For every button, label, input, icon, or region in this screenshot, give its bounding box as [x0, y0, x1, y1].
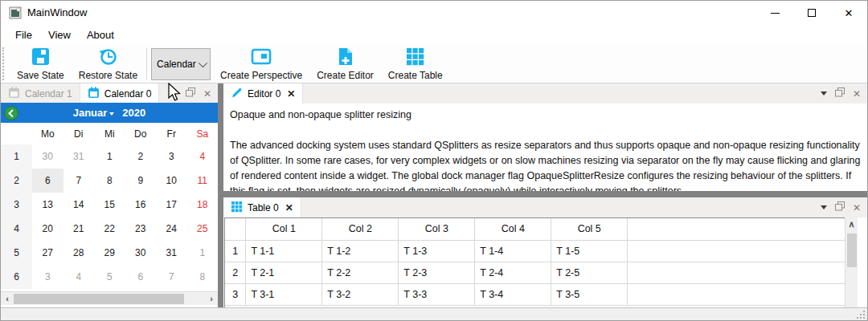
calendar-day-cell[interactable]: 10: [156, 169, 187, 193]
minimize-button[interactable]: [756, 1, 793, 25]
table-cell[interactable]: T 2-4: [475, 262, 551, 283]
calendar-day-cell[interactable]: 29: [94, 241, 125, 265]
scrollbar-thumb[interactable]: [14, 294, 184, 304]
size-grip[interactable]: [855, 309, 865, 319]
calendar-day-cell[interactable]: 20: [32, 217, 63, 241]
tab-editor-0[interactable]: Editor 0 ✕: [223, 83, 303, 104]
restore-state-button[interactable]: Restore State: [72, 45, 145, 83]
calendar-day-cell[interactable]: 17: [156, 193, 187, 217]
create-editor-button[interactable]: Create Editor: [309, 45, 381, 83]
calendar-day-cell[interactable]: 8: [94, 169, 125, 193]
toolbar-drag-handle[interactable]: [2, 47, 8, 80]
calendar-day-cell[interactable]: 23: [125, 217, 157, 241]
table-column-header[interactable]: Col 2: [322, 218, 399, 240]
menu-file[interactable]: File: [7, 26, 40, 44]
calendar-day-cell[interactable]: 2: [125, 144, 157, 169]
calendar-day-cell[interactable]: 3: [32, 265, 63, 289]
dock-menu-arrow-icon[interactable]: [171, 91, 178, 95]
table-cell[interactable]: T 2-3: [399, 262, 475, 283]
table-cell[interactable]: T 3-1: [246, 283, 322, 305]
calendar-day-cell[interactable]: 14: [63, 193, 95, 217]
table-cell[interactable]: T 1-3: [399, 240, 475, 262]
calendar-day-cell[interactable]: 1: [94, 144, 125, 169]
calendar-day-cell[interactable]: 11: [187, 169, 219, 193]
calendar-day-cell[interactable]: 6: [32, 169, 63, 193]
tab-close-icon[interactable]: ✕: [285, 202, 293, 213]
scrollbar-thumb[interactable]: [847, 234, 857, 267]
tab-table-0[interactable]: Table 0 ✕: [223, 197, 301, 217]
calendar-horizontal-scrollbar[interactable]: ‹ ›: [1, 291, 218, 305]
month-selector[interactable]: Januar: [73, 107, 115, 119]
tab-calendar-0[interactable]: Calendar 0: [80, 83, 160, 104]
scroll-right-icon[interactable]: ›: [205, 292, 218, 305]
dock-close-icon[interactable]: ✕: [853, 89, 861, 99]
calendar-day-cell[interactable]: 16: [125, 193, 157, 217]
table-cell[interactable]: T 2-1: [246, 262, 322, 283]
calendar-day-cell[interactable]: 7: [156, 265, 187, 289]
table-vertical-scrollbar[interactable]: ∧ ∨: [845, 217, 858, 321]
horizontal-splitter[interactable]: [223, 191, 867, 197]
calendar-day-cell[interactable]: 6: [125, 265, 157, 289]
save-state-button[interactable]: Save State: [10, 45, 72, 83]
table-column-header[interactable]: Col 3: [399, 218, 475, 240]
calendar-day-cell[interactable]: 30: [32, 144, 63, 169]
previous-month-button[interactable]: [4, 106, 18, 120]
table-column-header[interactable]: Col 5: [551, 218, 628, 240]
calendar-day-cell[interactable]: 13: [32, 193, 63, 217]
title-bar[interactable]: MainWindow ✕: [1, 1, 867, 25]
table-cell[interactable]: T 2-5: [551, 262, 628, 283]
dock-float-icon[interactable]: [186, 87, 195, 100]
perspective-combobox[interactable]: Calendar: [151, 48, 211, 80]
calendar-day-cell[interactable]: 22: [94, 217, 125, 241]
calendar-day-cell[interactable]: 5: [94, 265, 125, 289]
maximize-button[interactable]: [793, 1, 830, 25]
calendar-day-cell[interactable]: 24: [156, 217, 187, 241]
table-row-header[interactable]: 2: [225, 262, 246, 283]
table-row-header[interactable]: 3: [225, 283, 246, 305]
calendar-day-cell[interactable]: 3: [156, 144, 187, 169]
calendar-day-cell[interactable]: 4: [63, 265, 95, 289]
calendar-day-cell[interactable]: 31: [156, 241, 187, 265]
calendar-day-cell[interactable]: 28: [63, 241, 95, 265]
calendar-day-cell[interactable]: 1: [187, 241, 219, 265]
table-cell[interactable]: T 3-3: [399, 283, 475, 305]
table-cell[interactable]: T 1-2: [322, 240, 399, 262]
calendar-day-cell[interactable]: 30: [125, 241, 157, 265]
table-cell[interactable]: T 1-5: [551, 240, 628, 262]
table-cell[interactable]: T 3-5: [551, 283, 628, 305]
calendar-day-cell[interactable]: 15: [94, 193, 125, 217]
calendar-day-cell[interactable]: 8: [187, 265, 219, 289]
calendar-day-cell[interactable]: 9: [125, 169, 157, 193]
editor-content[interactable]: Opaque and non-opaque splitter resizing …: [223, 104, 867, 191]
menu-about[interactable]: About: [79, 26, 122, 44]
calendar-day-cell[interactable]: 31: [63, 144, 95, 169]
create-table-button[interactable]: Create Table: [381, 45, 450, 83]
dock-close-icon[interactable]: ✕: [203, 89, 211, 99]
scroll-up-icon[interactable]: ∧: [845, 217, 858, 230]
table-cell[interactable]: T 1-1: [246, 240, 322, 262]
vertical-splitter[interactable]: [218, 83, 223, 307]
dock-float-icon[interactable]: [835, 87, 845, 100]
table-cell[interactable]: T 2-2: [322, 262, 399, 283]
calendar-day-cell[interactable]: 4: [187, 144, 219, 169]
table-row-header[interactable]: 1: [225, 240, 246, 262]
table-cell[interactable]: T 3-4: [475, 283, 551, 305]
dock-close-icon[interactable]: ✕: [853, 203, 861, 213]
menu-view[interactable]: View: [40, 26, 79, 44]
create-perspective-button[interactable]: Create Perspective: [213, 45, 309, 83]
dock-float-icon[interactable]: [835, 201, 845, 213]
table-corner-header[interactable]: [225, 218, 246, 240]
year-label[interactable]: 2020: [122, 107, 145, 119]
dock-menu-arrow-icon[interactable]: [821, 205, 827, 209]
table-column-header[interactable]: Col 1: [246, 218, 322, 240]
calendar-day-cell[interactable]: 7: [63, 169, 95, 193]
close-button[interactable]: ✕: [830, 1, 867, 25]
tab-close-icon[interactable]: ✕: [287, 88, 295, 100]
table-cell[interactable]: T 1-4: [475, 240, 551, 262]
dock-menu-arrow-icon[interactable]: [821, 91, 827, 95]
calendar-day-cell[interactable]: 18: [187, 193, 219, 217]
calendar-day-cell[interactable]: 25: [187, 217, 219, 241]
tab-calendar-1[interactable]: Calendar 1: [1, 83, 80, 104]
calendar-day-cell[interactable]: 27: [32, 241, 63, 265]
table-column-header[interactable]: Col 4: [475, 218, 551, 240]
